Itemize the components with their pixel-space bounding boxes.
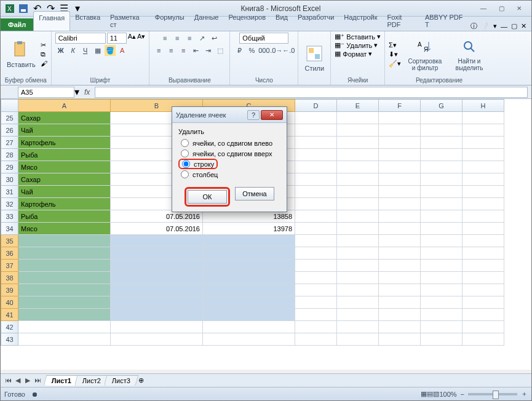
cell[interactable] bbox=[463, 309, 504, 321]
cell[interactable]: Сахар bbox=[18, 112, 111, 124]
cell[interactable]: Сахар bbox=[18, 173, 111, 186]
radio-option[interactable]: ячейки, со сдвигом влево bbox=[178, 138, 280, 148]
cell[interactable]: Картофель bbox=[18, 198, 111, 210]
cell[interactable] bbox=[203, 296, 295, 309]
cell[interactable] bbox=[337, 186, 379, 198]
dialog-help-icon[interactable]: ? bbox=[247, 110, 260, 120]
row-header[interactable]: 29 bbox=[1, 161, 18, 173]
ok-button[interactable]: ОК bbox=[188, 190, 227, 204]
cell[interactable] bbox=[337, 112, 379, 124]
cell[interactable] bbox=[421, 284, 463, 296]
col-header[interactable]: E bbox=[337, 100, 379, 112]
cell[interactable] bbox=[463, 223, 504, 235]
cells-insert-button[interactable]: ▦⁺Вставить▾ bbox=[335, 33, 381, 41]
ribbon-tab[interactable]: Вид bbox=[271, 11, 293, 31]
row-header[interactable]: 28 bbox=[1, 149, 18, 161]
row-header[interactable]: 39 bbox=[1, 284, 18, 296]
ribbon-tab[interactable]: Данные bbox=[189, 11, 224, 31]
cell[interactable] bbox=[379, 247, 421, 260]
cell[interactable] bbox=[379, 124, 421, 137]
cell[interactable] bbox=[203, 321, 295, 333]
clear-icon[interactable]: 🧹▾ bbox=[389, 60, 401, 68]
cell[interactable] bbox=[295, 247, 337, 260]
copy-icon[interactable]: ⧉ bbox=[41, 50, 47, 58]
cell[interactable] bbox=[295, 137, 337, 149]
ribbon-tab[interactable]: Рецензиров bbox=[223, 11, 271, 31]
cell[interactable]: Рыба bbox=[18, 149, 111, 161]
doc-min-icon[interactable]: — bbox=[501, 23, 507, 30]
row-header[interactable]: 37 bbox=[1, 260, 18, 272]
cell[interactable] bbox=[18, 247, 111, 260]
cell[interactable] bbox=[337, 284, 379, 296]
ribbon-tab[interactable]: ABBYY PDF T bbox=[420, 11, 470, 31]
cell[interactable] bbox=[111, 235, 203, 247]
ribbon-tab[interactable]: Надстройк bbox=[339, 11, 382, 31]
cell[interactable] bbox=[379, 210, 421, 223]
cell[interactable] bbox=[295, 321, 337, 333]
number-format-combo[interactable] bbox=[239, 33, 288, 44]
fx-icon[interactable]: fx bbox=[84, 88, 90, 97]
indent-dec-icon[interactable]: ⇤ bbox=[190, 45, 201, 56]
cell[interactable] bbox=[111, 333, 203, 346]
cell[interactable] bbox=[379, 198, 421, 210]
cell[interactable] bbox=[463, 210, 504, 223]
sheet-tab[interactable]: Лист3 bbox=[104, 375, 139, 386]
align-mid-icon[interactable]: ≡ bbox=[172, 33, 183, 44]
cell[interactable] bbox=[203, 309, 295, 321]
cell[interactable]: Рыба bbox=[18, 210, 111, 223]
cell[interactable] bbox=[379, 333, 421, 346]
cell[interactable] bbox=[463, 173, 504, 186]
ribbon-minimize-icon[interactable]: ⓘ bbox=[470, 22, 477, 31]
comma-icon[interactable]: 000 bbox=[258, 45, 269, 56]
cell[interactable] bbox=[18, 333, 111, 346]
cell[interactable] bbox=[337, 309, 379, 321]
row-header[interactable]: 32 bbox=[1, 198, 18, 210]
cell[interactable] bbox=[203, 333, 295, 346]
inc-decimal-icon[interactable]: .0→ bbox=[271, 45, 282, 56]
cell[interactable] bbox=[111, 284, 203, 296]
row-header[interactable]: 30 bbox=[1, 173, 18, 186]
cell[interactable] bbox=[295, 173, 337, 186]
cell[interactable] bbox=[379, 223, 421, 235]
row-header[interactable]: 41 bbox=[1, 309, 18, 321]
cell[interactable] bbox=[463, 296, 504, 309]
find-select-button[interactable]: Найти и выделить bbox=[449, 36, 490, 73]
cell[interactable] bbox=[18, 272, 111, 284]
view-normal-icon[interactable]: ▦ bbox=[421, 390, 427, 398]
cell[interactable] bbox=[379, 309, 421, 321]
cell[interactable] bbox=[463, 149, 504, 161]
maximize-button[interactable]: ▢ bbox=[493, 3, 510, 14]
cell[interactable] bbox=[379, 149, 421, 161]
cell[interactable] bbox=[421, 210, 463, 223]
radio-input[interactable] bbox=[182, 160, 190, 168]
cell[interactable] bbox=[421, 321, 463, 333]
cell[interactable] bbox=[421, 161, 463, 173]
border-button[interactable]: ▦ bbox=[92, 45, 103, 56]
cell[interactable] bbox=[463, 137, 504, 149]
cell[interactable]: Чай bbox=[18, 186, 111, 198]
ribbon-tab[interactable]: Главная bbox=[33, 11, 70, 31]
grow-font-icon[interactable]: A▴ bbox=[128, 33, 136, 44]
sheet-nav-next-icon[interactable]: ▶ bbox=[23, 376, 33, 384]
cell[interactable] bbox=[295, 223, 337, 235]
view-pagebreak-icon[interactable]: ▧ bbox=[433, 390, 439, 398]
orientation-icon[interactable]: ↗ bbox=[196, 33, 207, 44]
align-right-icon[interactable]: ≡ bbox=[178, 45, 189, 56]
cell[interactable] bbox=[463, 112, 504, 124]
cell[interactable] bbox=[379, 112, 421, 124]
row-header[interactable]: 40 bbox=[1, 296, 18, 309]
doc-restore-icon[interactable]: ▢ bbox=[511, 22, 517, 30]
percent-icon[interactable]: % bbox=[246, 45, 257, 56]
row-header[interactable]: 31 bbox=[1, 186, 18, 198]
cell[interactable] bbox=[421, 333, 463, 346]
shrink-font-icon[interactable]: A▾ bbox=[137, 33, 145, 44]
ribbon-tab[interactable]: Foxit PDF bbox=[383, 11, 420, 31]
cell[interactable] bbox=[111, 296, 203, 309]
row-header[interactable]: 35 bbox=[1, 235, 18, 247]
align-left-icon[interactable]: ≡ bbox=[153, 45, 164, 56]
bold-button[interactable]: Ж bbox=[55, 45, 66, 56]
radio-input[interactable] bbox=[181, 149, 189, 157]
cell[interactable] bbox=[295, 260, 337, 272]
align-bot-icon[interactable]: ≡ bbox=[184, 33, 195, 44]
row-header[interactable]: 36 bbox=[1, 247, 18, 260]
